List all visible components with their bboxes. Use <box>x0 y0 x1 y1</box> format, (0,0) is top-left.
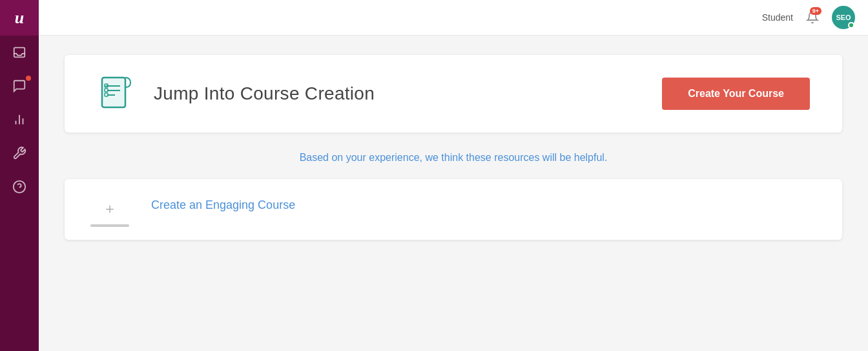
main-content: Student 9+ SEO <box>39 0 868 351</box>
inbox-icon <box>12 45 26 59</box>
resource-bar <box>90 224 129 227</box>
resource-card: ＋ Create an Engaging Course <box>65 179 842 240</box>
sidebar-item-analytics[interactable] <box>0 103 39 136</box>
avatar-text: SEO <box>836 14 851 21</box>
wrench-icon <box>12 146 26 160</box>
notification-bell[interactable]: 9+ <box>802 7 823 28</box>
banner-title: Jump Into Course Creation <box>154 83 375 104</box>
bell-badge: 9+ <box>810 7 822 15</box>
course-creation-icon <box>97 74 136 113</box>
plus-icon: ＋ <box>99 198 120 219</box>
svg-rect-6 <box>102 78 125 107</box>
banner-left: Jump Into Course Creation <box>97 74 375 113</box>
sidebar-item-inbox[interactable] <box>0 36 39 69</box>
banner-card: Jump Into Course Creation Create Your Co… <box>65 55 842 133</box>
student-label: Student <box>762 12 793 23</box>
sidebar-item-help[interactable] <box>0 170 39 204</box>
resource-title: Create an Engaging Course <box>151 198 295 212</box>
subtitle-text: Based on your experience, we think these… <box>65 152 842 164</box>
resource-icon-area: ＋ <box>84 198 136 227</box>
chat-icon <box>12 79 26 93</box>
logo-text: u <box>15 8 24 28</box>
content-area: Jump Into Course Creation Create Your Co… <box>39 36 868 351</box>
avatar[interactable]: SEO <box>832 6 855 29</box>
question-icon <box>12 180 26 194</box>
sidebar-item-chat[interactable] <box>0 69 39 103</box>
online-indicator <box>848 22 854 28</box>
header: Student 9+ SEO <box>39 0 868 36</box>
sidebar: u <box>0 0 39 351</box>
sidebar-logo[interactable]: u <box>0 0 39 36</box>
chat-badge <box>26 76 31 81</box>
analytics-icon <box>12 112 26 127</box>
sidebar-item-tools[interactable] <box>0 136 39 170</box>
create-course-button[interactable]: Create Your Course <box>662 78 810 110</box>
